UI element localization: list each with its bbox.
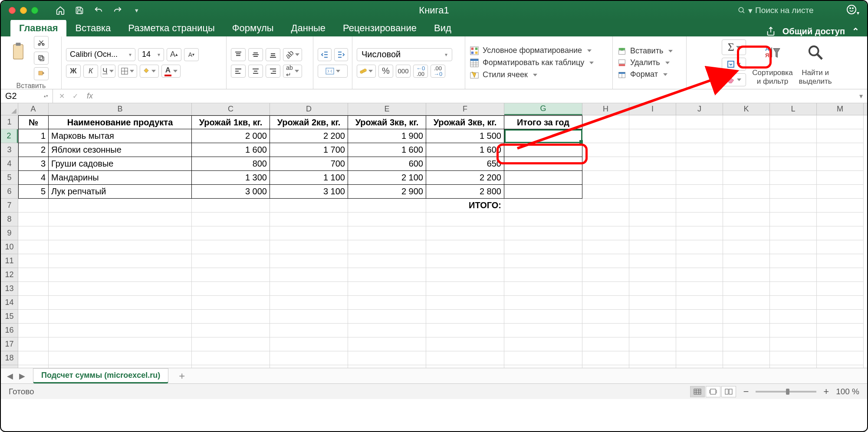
col-header-g[interactable]: G	[504, 103, 582, 115]
cell[interactable]	[676, 268, 723, 282]
cell[interactable]: 1 500	[426, 129, 504, 143]
cell[interactable]	[629, 129, 676, 143]
page-layout-view-button[interactable]	[706, 386, 720, 397]
cell[interactable]	[504, 129, 582, 143]
cell[interactable]	[676, 143, 723, 157]
cell[interactable]	[817, 171, 864, 185]
cell[interactable]	[348, 226, 426, 240]
cell[interactable]	[770, 171, 817, 185]
row-header-3[interactable]: 3	[1, 143, 18, 157]
cell[interactable]	[817, 199, 864, 213]
delete-cells-button[interactable]: Удалить	[617, 57, 682, 69]
cell[interactable]	[629, 199, 676, 213]
cell[interactable]	[629, 268, 676, 282]
cell[interactable]	[49, 296, 192, 310]
cell[interactable]	[192, 337, 270, 351]
decrease-decimal-button[interactable]: .00→0	[431, 65, 445, 78]
cell[interactable]	[817, 240, 864, 254]
save-icon[interactable]	[75, 6, 84, 15]
cell[interactable]	[504, 157, 582, 171]
cell[interactable]	[504, 310, 582, 324]
sheet-prev-icon[interactable]: ◀	[7, 371, 13, 381]
name-box[interactable]: G2 ▴▾	[1, 89, 53, 103]
align-middle-button[interactable]	[248, 48, 263, 61]
cell[interactable]	[18, 296, 49, 310]
cell[interactable]	[817, 310, 864, 324]
col-header-c[interactable]: C	[192, 103, 270, 115]
cell[interactable]	[582, 143, 629, 157]
cut-button[interactable]	[34, 36, 49, 49]
cell[interactable]: Урожай 1кв, кг.	[192, 115, 270, 129]
cell[interactable]	[817, 337, 864, 351]
row-header-11[interactable]: 11	[1, 254, 18, 268]
row-header-10[interactable]: 10	[1, 240, 18, 254]
underline-button[interactable]: Ч	[101, 65, 115, 78]
cell[interactable]	[192, 365, 270, 368]
cell[interactable]: Лук репчатый	[49, 185, 192, 199]
cell[interactable]	[676, 310, 723, 324]
cancel-formula-icon[interactable]: ✕	[59, 92, 65, 100]
cell[interactable]	[629, 240, 676, 254]
cell[interactable]	[676, 199, 723, 213]
align-bottom-button[interactable]	[266, 48, 280, 61]
cell[interactable]	[270, 365, 348, 368]
cell[interactable]	[18, 199, 49, 213]
cell[interactable]	[817, 157, 864, 171]
bold-button[interactable]: Ж	[66, 65, 81, 78]
cell[interactable]	[192, 226, 270, 240]
cell[interactable]: 1 600	[192, 143, 270, 157]
cell[interactable]	[504, 143, 582, 157]
cell[interactable]	[676, 240, 723, 254]
sheet-search[interactable]: ▾	[738, 6, 842, 16]
cell[interactable]	[348, 337, 426, 351]
cell[interactable]: Марковь мытая	[49, 129, 192, 143]
cell[interactable]	[504, 268, 582, 282]
cell[interactable]	[426, 337, 504, 351]
row-header-4[interactable]: 4	[1, 157, 18, 171]
cell[interactable]	[270, 324, 348, 337]
find-select-button[interactable]	[803, 40, 828, 65]
cell[interactable]: Яблоки сезонные	[49, 143, 192, 157]
sheet-tab[interactable]: Подсчет суммы (microexcel.ru)	[33, 368, 168, 383]
cell[interactable]	[582, 226, 629, 240]
cell[interactable]	[817, 324, 864, 337]
cell[interactable]	[192, 324, 270, 337]
cell[interactable]	[18, 310, 49, 324]
cell[interactable]	[18, 268, 49, 282]
cell[interactable]	[348, 296, 426, 310]
cell[interactable]	[18, 240, 49, 254]
cell[interactable]	[426, 226, 504, 240]
copy-button[interactable]	[34, 52, 49, 65]
cell[interactable]	[504, 282, 582, 296]
cell[interactable]	[676, 351, 723, 365]
row-header-6[interactable]: 6	[1, 185, 18, 199]
cell[interactable]	[270, 310, 348, 324]
cell[interactable]	[504, 365, 582, 368]
share-button[interactable]: Общий доступ	[783, 26, 845, 36]
increase-decimal-button[interactable]: ←0.00	[413, 65, 428, 78]
cell[interactable]: 2 000	[192, 129, 270, 143]
cell[interactable]	[504, 351, 582, 365]
select-all-corner[interactable]	[1, 103, 18, 115]
autosum-button[interactable]: Σ	[722, 39, 746, 55]
cell[interactable]	[723, 324, 770, 337]
cell[interactable]	[582, 254, 629, 268]
tab-data[interactable]: Данные	[283, 19, 334, 36]
cell[interactable]	[582, 129, 629, 143]
row-header-9[interactable]: 9	[1, 226, 18, 240]
cell[interactable]	[270, 337, 348, 351]
cell[interactable]: 3 000	[192, 185, 270, 199]
redo-icon[interactable]	[113, 6, 122, 15]
cell[interactable]	[723, 337, 770, 351]
cell[interactable]	[18, 226, 49, 240]
cell[interactable]	[582, 296, 629, 310]
cell[interactable]: Урожай 2кв, кг.	[270, 115, 348, 129]
tab-page-layout[interactable]: Разметка страницы	[119, 19, 224, 36]
tab-formulas[interactable]: Формулы	[224, 19, 283, 36]
cell[interactable]	[348, 213, 426, 226]
cell[interactable]: Итого за год	[504, 115, 582, 129]
cell[interactable]	[426, 268, 504, 282]
cell[interactable]	[676, 226, 723, 240]
cell[interactable]	[348, 351, 426, 365]
cell[interactable]	[504, 337, 582, 351]
